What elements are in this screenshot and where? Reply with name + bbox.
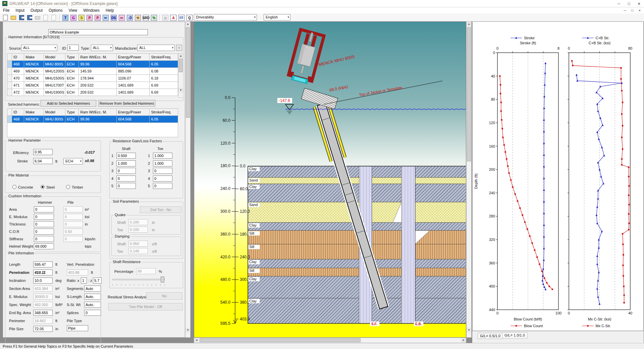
- shaft-resistance-slider-track[interactable]: [112, 279, 165, 280]
- pile-info-input[interactable]: [33, 318, 53, 324]
- radio-timber[interactable]: [66, 185, 70, 189]
- analysis-type-combobox[interactable]: Driveability: [194, 14, 257, 20]
- pile-info-input[interactable]: [33, 294, 53, 300]
- tab-gl-05[interactable]: G/L= 0.5/1.0: [478, 333, 503, 339]
- ratio-z-input[interactable]: [93, 278, 102, 284]
- pile-icon[interactable]: P: [86, 14, 93, 21]
- menu-windows[interactable]: Windows: [80, 7, 103, 13]
- ff-icon[interactable]: FF: [178, 14, 184, 21]
- percent-icon[interactable]: %: [150, 14, 157, 21]
- pile-type-input[interactable]: [67, 325, 88, 331]
- analysis-a-icon[interactable]: A: [170, 14, 176, 21]
- table-row[interactable]: 468MENCKMHU 800SECH99.96604.5686.05: [7, 116, 178, 123]
- menu-file[interactable]: File: [0, 7, 12, 13]
- table-row[interactable]: 468MENCKMHU 800SECH99.96604.5686.05: [7, 61, 178, 68]
- tab-gl-10[interactable]: G/L= 1.0/1.0: [502, 332, 527, 338]
- pile-info-input[interactable]: [33, 261, 53, 267]
- toe-factor-input[interactable]: [153, 153, 172, 159]
- stroke-input[interactable]: [33, 158, 53, 164]
- cushion-hammer-input[interactable]: [34, 206, 54, 212]
- toe-factor-input[interactable]: [153, 176, 172, 182]
- quake-toe-input[interactable]: [128, 227, 148, 233]
- menu-input[interactable]: Input: [12, 7, 28, 13]
- quake-shaft-input[interactable]: [128, 219, 148, 225]
- mdi-close-button[interactable]: ×: [636, 8, 643, 13]
- toe-factor-input[interactable]: [153, 168, 172, 174]
- vert-penetration-input[interactable]: [67, 269, 88, 276]
- cut-blue-icon[interactable]: ✂: [102, 14, 109, 21]
- pile-info-right-input[interactable]: [84, 302, 101, 308]
- second-toe-button[interactable]: 2nd Toe - No: [140, 206, 181, 213]
- pile-info-input[interactable]: [33, 310, 53, 316]
- pile-info-input[interactable]: [33, 286, 53, 292]
- two-pile-model-button[interactable]: Two Pile Model - Off: [108, 303, 183, 310]
- center-vertical-scrollbar[interactable]: ▲ ▼: [466, 21, 472, 338]
- cushion-pile-input[interactable]: [63, 206, 83, 212]
- cushion-pile-input[interactable]: [63, 229, 83, 235]
- cut-pink-icon[interactable]: ✂: [118, 14, 125, 21]
- table-row[interactable]: 470MENCKMHU1500SECH178.9441106.076.18: [7, 75, 178, 82]
- radio-concrete[interactable]: [12, 185, 16, 189]
- shaft-factor-input[interactable]: [116, 160, 136, 166]
- save-icon[interactable]: [18, 14, 25, 21]
- residual-stress-button[interactable]: No: [146, 292, 182, 300]
- menu-output[interactable]: Output: [28, 7, 46, 13]
- shaft-factor-input[interactable]: [116, 168, 136, 174]
- pile-info-right-input[interactable]: [84, 294, 101, 300]
- soil-icon[interactable]: S: [78, 14, 85, 21]
- title-icon[interactable]: T: [62, 14, 68, 21]
- menu-options[interactable]: Options: [46, 7, 65, 13]
- shaft-factor-input[interactable]: [116, 153, 136, 159]
- pile-info-input[interactable]: [33, 302, 53, 308]
- radio-steel[interactable]: [41, 185, 45, 189]
- cushion-hammer-input[interactable]: [34, 236, 54, 242]
- minimize-button[interactable]: ─: [614, 0, 624, 7]
- ds-icon[interactable]: DS: [110, 14, 117, 21]
- ratio-x-input[interactable]: [81, 278, 87, 284]
- new-file-icon[interactable]: [2, 14, 9, 21]
- maximize-button[interactable]: □: [624, 0, 634, 7]
- gavel-icon[interactable]: ⚒: [134, 14, 141, 21]
- left-panel-scrollbar[interactable]: ▲ ▼: [185, 21, 191, 338]
- menu-view[interactable]: View: [65, 7, 80, 13]
- mdi-minimize-button[interactable]: ─: [622, 8, 628, 13]
- damping-toe-input[interactable]: [128, 248, 148, 254]
- table-row[interactable]: 472MENCKMHU1900SECH209.5321401.6896.69: [7, 89, 178, 96]
- shaft-factor-input[interactable]: [116, 176, 136, 182]
- toe-factor-input[interactable]: [153, 160, 172, 166]
- pile-info-right-input[interactable]: [84, 310, 101, 316]
- remove-from-selected-hammers-button[interactable]: Remove from Selected Hammers: [98, 100, 155, 107]
- srd-icon[interactable]: SRD: [142, 14, 149, 21]
- cushion-pile-input[interactable]: [63, 221, 83, 227]
- cushion-hammer-input[interactable]: [34, 229, 54, 235]
- pile-info-right-input[interactable]: [84, 286, 101, 292]
- cushion-hammer-input[interactable]: [34, 221, 54, 227]
- table-row[interactable]: 471MENCKMHU1700TECH209.5321401.6896.69: [7, 82, 178, 89]
- menu-help[interactable]: Help: [103, 7, 117, 13]
- cushion-pile-input[interactable]: [63, 236, 83, 242]
- table-row[interactable]: 469MENCKMHU1200SECH145.59885.0966.08: [7, 68, 178, 75]
- efficiency-input[interactable]: [33, 149, 53, 155]
- pile-profile-icon[interactable]: P: [94, 14, 101, 21]
- center-horizontal-scrollbar[interactable]: ◄ ►: [194, 338, 466, 343]
- damping-shaft-input[interactable]: [128, 241, 148, 247]
- open-file-icon[interactable]: [10, 14, 17, 21]
- q-icon[interactable]: Q: [186, 14, 193, 21]
- shaft-resistance-slider-thumb[interactable]: [161, 277, 164, 283]
- language-combobox[interactable]: English: [264, 14, 290, 20]
- add-to-selected-hammers-button[interactable]: Add to Selected Hammers: [41, 100, 96, 107]
- type-combobox[interactable]: ALL: [91, 45, 113, 51]
- mdi-restore-button[interactable]: □: [629, 8, 636, 13]
- pile-info-input[interactable]: [33, 278, 53, 284]
- cushion-hammer-input[interactable]: [34, 214, 54, 220]
- save-as-icon[interactable]: [26, 14, 33, 21]
- cushion-hammer-input[interactable]: [34, 243, 54, 249]
- depth-icon[interactable]: ↓D: [126, 14, 133, 21]
- pile-info-input[interactable]: [33, 326, 53, 332]
- shaft-factor-input[interactable]: [116, 183, 136, 189]
- percentage-input[interactable]: [136, 268, 156, 274]
- gain-loss-icon[interactable]: G: [70, 14, 76, 21]
- cushion-pile-input[interactable]: [63, 214, 83, 220]
- scroll-up-button[interactable]: ↑: [176, 45, 182, 51]
- toe-factor-input[interactable]: [153, 183, 172, 189]
